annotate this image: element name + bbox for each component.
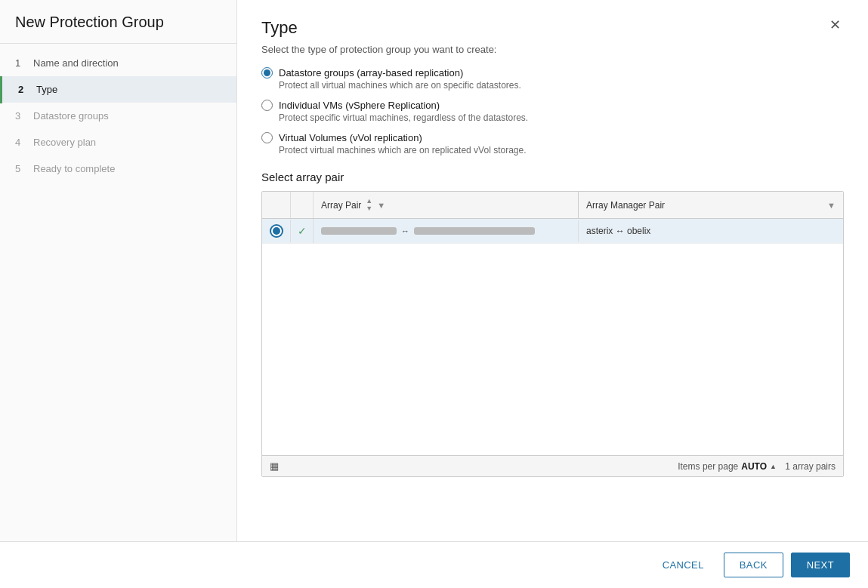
dialog-footer: CANCEL BACK NEXT	[0, 541, 868, 588]
sidebar-step-1: 1 Name and direction	[0, 50, 236, 76]
step-4-num: 4	[15, 137, 26, 148]
radio-option-datastore: Datastore groups (array-based replicatio…	[261, 67, 844, 91]
close-button[interactable]: ✕	[826, 18, 844, 32]
back-button[interactable]: BACK	[724, 553, 783, 577]
main-header: Type ✕	[261, 18, 844, 38]
per-page-chevron-icon[interactable]: ▲	[770, 463, 777, 470]
new-protection-group-dialog: New Protection Group 1 Name and directio…	[0, 0, 868, 588]
sidebar-step-5: 5 Ready to complete	[0, 155, 236, 182]
radio-option-vvol: Virtual Volumes (vVol replication) Prote…	[261, 132, 844, 155]
subtitle: Select the type of protection group you …	[261, 44, 844, 55]
radio-group: Datastore groups (array-based replicatio…	[261, 67, 844, 155]
sort-asc-icon[interactable]: ▲	[366, 198, 372, 205]
radio-option-vms: Individual VMs (vSphere Replication) Pro…	[261, 100, 844, 123]
th-select	[262, 192, 291, 218]
section-title: Select array pair	[261, 171, 844, 183]
sort-desc-icon[interactable]: ▼	[366, 205, 372, 212]
step-5-num: 5	[15, 163, 26, 174]
main-content: Type ✕ Select the type of protection gro…	[237, 0, 868, 541]
th-status	[291, 192, 314, 218]
table-footer: ▦ Items per page AUTO ▲ 1 array pairs	[262, 455, 843, 476]
array-pair-table: Array Pair ▲ ▼ ▼ Array Manager Pair ▼	[261, 191, 844, 477]
next-button[interactable]: NEXT	[791, 553, 850, 577]
radio-text-datastore: Datastore groups (array-based replicatio…	[279, 67, 463, 79]
step-2-label: Type	[36, 84, 57, 95]
sidebar: New Protection Group 1 Name and directio…	[0, 0, 237, 541]
radio-input-vvol[interactable]	[261, 132, 273, 143]
blur-right	[414, 227, 535, 235]
step-1-label: Name and direction	[33, 57, 119, 69]
items-per-page-value: AUTO	[741, 461, 767, 472]
radio-text-vms: Individual VMs (vSphere Replication)	[279, 100, 440, 111]
blurred-array-pair: ↔	[321, 226, 535, 236]
main-title: Type	[261, 18, 298, 38]
blur-left	[321, 227, 397, 235]
td-status: ✓	[291, 219, 314, 243]
radio-input-datastore[interactable]	[261, 67, 273, 79]
sidebar-step-4: 4 Recovery plan	[0, 129, 236, 155]
step-4-label: Recovery plan	[33, 137, 96, 148]
th-manager-pair: Array Manager Pair ▼	[579, 192, 843, 218]
step-5-label: Ready to complete	[33, 163, 115, 174]
step-3-num: 3	[15, 110, 26, 122]
td-array-pair: ↔	[314, 220, 579, 242]
table-footer-right: Items per page AUTO ▲ 1 array pairs	[678, 461, 836, 472]
radio-text-vvol: Virtual Volumes (vVol replication)	[279, 132, 422, 143]
radio-label-vvol[interactable]: Virtual Volumes (vVol replication)	[261, 132, 844, 143]
sidebar-title: New Protection Group	[0, 0, 236, 44]
radio-label-vms[interactable]: Individual VMs (vSphere Replication)	[261, 100, 844, 111]
step-3-label: Datastore groups	[33, 110, 109, 122]
radio-desc-datastore: Protect all virtual machines which are o…	[279, 80, 844, 91]
expand-icon[interactable]: ▦	[270, 460, 279, 472]
td-select[interactable]	[262, 220, 291, 242]
td-manager-pair: asterix ↔ obelix	[579, 220, 843, 242]
row-radio-dot	[271, 226, 282, 236]
total-array-pairs: 1 array pairs	[785, 461, 836, 472]
cancel-button[interactable]: CANCEL	[650, 553, 716, 577]
sidebar-step-2: 2 Type	[0, 76, 236, 103]
sidebar-step-3: 3 Datastore groups	[0, 103, 236, 129]
radio-desc-vvol: Protect virtual machines which are on re…	[279, 145, 844, 155]
table-row[interactable]: ✓ ↔ asterix ↔ obelix	[262, 219, 843, 244]
radio-input-vms[interactable]	[261, 100, 273, 111]
step-1-num: 1	[15, 57, 26, 69]
th-manager-pair-label: Array Manager Pair	[586, 200, 665, 211]
items-per-page-label: Items per page	[678, 461, 738, 472]
bidirectional-arrow-icon: ↔	[401, 226, 409, 236]
th-array-pair-label: Array Pair	[321, 200, 361, 211]
step-2-num: 2	[18, 84, 29, 95]
sort-icons: ▲ ▼	[366, 198, 372, 212]
radio-desc-vms: Protect specific virtual machines, regar…	[279, 112, 844, 123]
table-footer-left: ▦	[270, 460, 279, 472]
status-check-icon: ✓	[298, 225, 307, 237]
filter-icon-array-pair[interactable]: ▼	[377, 201, 385, 210]
table-body-empty	[262, 244, 843, 455]
active-indicator	[0, 76, 2, 103]
table-header: Array Pair ▲ ▼ ▼ Array Manager Pair ▼	[262, 192, 843, 219]
radio-label-datastore[interactable]: Datastore groups (array-based replicatio…	[261, 67, 844, 79]
filter-icon-manager-pair[interactable]: ▼	[827, 201, 836, 210]
sidebar-steps: 1 Name and direction 2 Type 3 Datastore …	[0, 44, 236, 182]
th-array-pair: Array Pair ▲ ▼ ▼	[314, 192, 579, 218]
